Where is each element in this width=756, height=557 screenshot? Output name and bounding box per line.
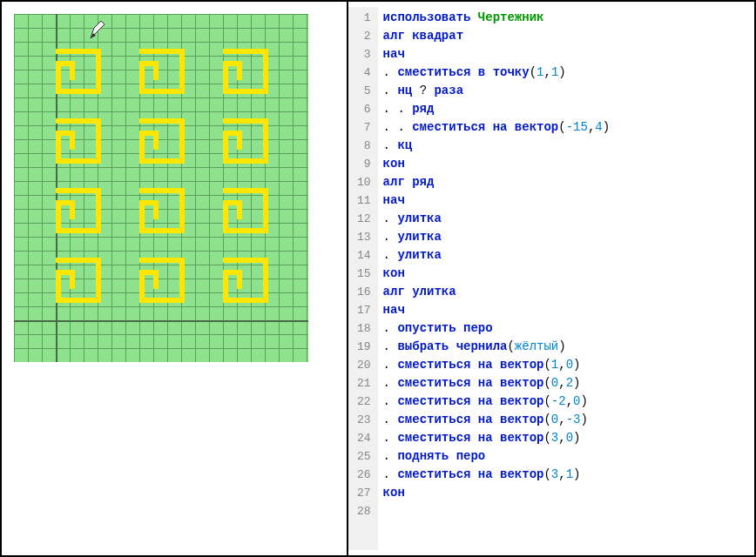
- code-line[interactable]: алг ряд: [383, 173, 610, 191]
- line-number: 3: [357, 45, 371, 64]
- line-number: 9: [357, 155, 371, 173]
- x-axis: [14, 320, 308, 322]
- code-line[interactable]: . улитка: [383, 228, 610, 246]
- code-line[interactable]: . кц: [383, 137, 610, 155]
- drawing-panel: [2, 2, 348, 555]
- code-line[interactable]: . сместиться на вектор(-2,0): [383, 393, 610, 411]
- code-line[interactable]: . . сместиться на вектор(-15,4): [383, 118, 610, 137]
- code-line[interactable]: кон: [383, 155, 610, 173]
- snail-shape: [139, 188, 195, 244]
- code-line[interactable]: алг квадрат: [383, 27, 610, 45]
- line-number: 28: [357, 502, 371, 520]
- line-number: 23: [357, 411, 371, 429]
- line-number: 15: [357, 265, 371, 283]
- line-number: 10: [357, 173, 371, 191]
- code-line[interactable]: . выбрать чернила(жёлтый): [383, 338, 610, 356]
- code-line[interactable]: кон: [383, 484, 610, 502]
- code-editor[interactable]: 1234567891011121314151617181920212223242…: [348, 7, 754, 550]
- code-line[interactable]: . сместиться на вектор(1,0): [383, 356, 610, 374]
- snail-shape: [223, 118, 279, 174]
- line-number: 12: [357, 210, 371, 228]
- line-number: 27: [357, 484, 371, 502]
- code-line[interactable]: нач: [383, 45, 610, 64]
- line-number: 6: [357, 100, 371, 118]
- snail-shape: [223, 258, 279, 313]
- code-line[interactable]: . поднять перо: [383, 447, 610, 466]
- snail-shape: [56, 258, 111, 313]
- line-number: 22: [357, 393, 371, 411]
- svg-marker-1: [91, 33, 96, 38]
- code-line[interactable]: нач: [383, 301, 610, 319]
- pencil-icon: [89, 19, 106, 40]
- code-line[interactable]: кон: [383, 265, 610, 283]
- line-number: 5: [357, 82, 371, 100]
- line-number: 25: [357, 447, 371, 466]
- code-line[interactable]: . опустить перо: [383, 319, 610, 338]
- grid-canvas[interactable]: [14, 14, 308, 362]
- line-number: 4: [357, 64, 371, 82]
- code-line[interactable]: . сместиться на вектор(3,0): [383, 429, 610, 447]
- snail-shape: [56, 188, 111, 244]
- code-line[interactable]: . нц ? раза: [383, 82, 610, 100]
- svg-marker-0: [91, 21, 105, 38]
- code-line[interactable]: . улитка: [383, 210, 610, 228]
- snail-shape: [139, 258, 195, 313]
- snail-shape: [56, 118, 111, 174]
- line-number: 7: [357, 118, 371, 137]
- line-number: 14: [357, 246, 371, 265]
- code-line[interactable]: [383, 502, 610, 520]
- y-axis: [56, 14, 57, 362]
- line-number: 11: [357, 191, 371, 210]
- code-line[interactable]: . сместиться на вектор(0,-3): [383, 411, 610, 429]
- line-number: 16: [357, 283, 371, 301]
- line-number: 13: [357, 228, 371, 246]
- line-number-gutter: 1234567891011121314151617181920212223242…: [348, 7, 378, 550]
- snail-shape: [139, 118, 195, 174]
- code-line[interactable]: . сместиться на вектор(0,2): [383, 374, 610, 393]
- code-line[interactable]: алг улитка: [383, 283, 610, 301]
- code-line[interactable]: . . ряд: [383, 100, 610, 118]
- line-number: 2: [357, 27, 371, 45]
- snail-shape: [139, 49, 195, 104]
- snail-shape: [223, 49, 279, 104]
- snail-shape: [56, 49, 111, 104]
- line-number: 20: [357, 356, 371, 374]
- code-line[interactable]: . улитка: [383, 246, 610, 265]
- line-number: 26: [357, 466, 371, 484]
- line-number: 21: [357, 374, 371, 393]
- code-line[interactable]: . сместиться на вектор(3,1): [383, 466, 610, 484]
- line-number: 18: [357, 319, 371, 338]
- code-line[interactable]: . сместиться в точку(1,1): [383, 64, 610, 82]
- code-line[interactable]: использовать Чертежник: [383, 9, 610, 27]
- line-number: 1: [357, 9, 371, 27]
- code-content[interactable]: использовать Чертежникалг квадратнач. см…: [378, 7, 615, 550]
- snail-shape: [223, 188, 279, 244]
- line-number: 17: [357, 301, 371, 319]
- app-window: 1234567891011121314151617181920212223242…: [0, 0, 756, 557]
- line-number: 24: [357, 429, 371, 447]
- code-panel: 1234567891011121314151617181920212223242…: [348, 2, 754, 555]
- code-line[interactable]: нач: [383, 191, 610, 210]
- line-number: 8: [357, 137, 371, 155]
- line-number: 19: [357, 338, 371, 356]
